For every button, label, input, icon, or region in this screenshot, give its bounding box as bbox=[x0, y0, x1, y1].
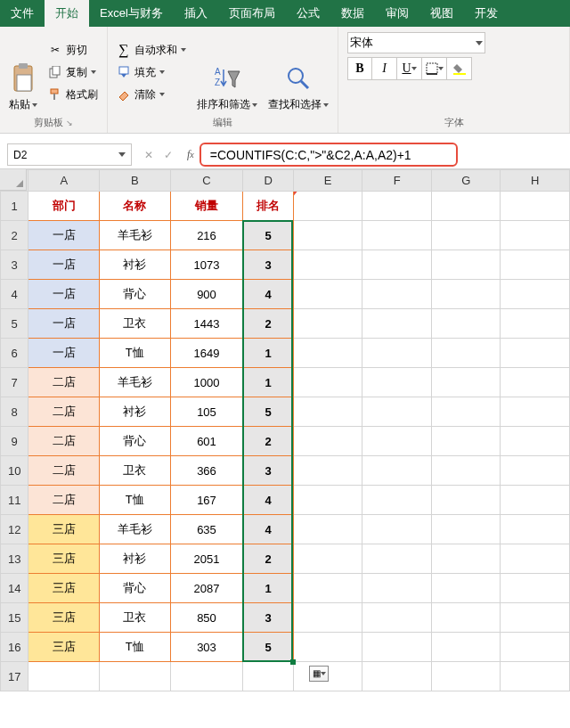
cell-B8[interactable]: 衬衫 bbox=[100, 397, 171, 427]
cell-B15[interactable]: 卫衣 bbox=[100, 603, 171, 633]
column-header-F[interactable]: F bbox=[362, 170, 432, 192]
ribbon-tab-9[interactable]: 开发 bbox=[464, 0, 509, 27]
cell-D12[interactable]: 4 bbox=[243, 515, 294, 544]
cell-B16[interactable]: T恤 bbox=[100, 633, 171, 662]
cell-C14[interactable]: 2087 bbox=[170, 574, 243, 603]
cell-E11[interactable] bbox=[293, 486, 362, 515]
cell-B2[interactable]: 羊毛衫 bbox=[100, 221, 171, 250]
cell-F16[interactable] bbox=[362, 633, 432, 662]
cell-E8[interactable] bbox=[293, 397, 362, 427]
cell-C4[interactable]: 900 bbox=[170, 280, 243, 309]
cell-B12[interactable]: 羊毛衫 bbox=[100, 515, 171, 544]
find-select-button[interactable]: 查找和选择 bbox=[265, 30, 332, 114]
cell-D1[interactable]: 排名 bbox=[243, 192, 294, 221]
cell-E10[interactable] bbox=[293, 456, 362, 486]
cell-B1[interactable]: 名称 bbox=[100, 192, 171, 221]
cell-H16[interactable] bbox=[501, 633, 570, 662]
cell-F3[interactable] bbox=[362, 250, 432, 280]
cell-F6[interactable] bbox=[362, 339, 432, 368]
cell-D8[interactable]: 5 bbox=[243, 397, 294, 427]
column-header-H[interactable]: H bbox=[501, 170, 570, 192]
fill-color-button[interactable] bbox=[447, 57, 472, 80]
cell-B4[interactable]: 背心 bbox=[100, 280, 171, 309]
cell-A1[interactable]: 部门 bbox=[28, 192, 100, 221]
cell-E13[interactable] bbox=[293, 544, 362, 574]
cell-A9[interactable]: 二店 bbox=[28, 427, 100, 456]
row-header-7[interactable]: 7 bbox=[1, 368, 28, 397]
ribbon-tab-1[interactable]: 开始 bbox=[45, 0, 89, 27]
row-header-1[interactable]: 1 bbox=[1, 192, 28, 221]
cell-H13[interactable] bbox=[501, 544, 570, 574]
italic-button[interactable]: I bbox=[372, 57, 397, 80]
dialog-launcher-icon[interactable]: ↘ bbox=[66, 119, 73, 127]
ribbon-tab-0[interactable]: 文件 bbox=[0, 0, 45, 27]
cell-B3[interactable]: 衬衫 bbox=[100, 250, 171, 280]
cell-H14[interactable] bbox=[501, 574, 570, 603]
cell-A5[interactable]: 一店 bbox=[28, 309, 100, 339]
column-header-B[interactable]: B bbox=[100, 170, 171, 192]
cell-D13[interactable]: 2 bbox=[243, 544, 294, 574]
cell-F8[interactable] bbox=[362, 397, 432, 427]
cell-H7[interactable] bbox=[501, 368, 570, 397]
fx-icon[interactable]: fx bbox=[182, 141, 200, 168]
name-box[interactable]: D2 bbox=[7, 143, 132, 166]
row-header-8[interactable]: 8 bbox=[1, 397, 28, 427]
cell-G6[interactable] bbox=[431, 339, 501, 368]
cell-C10[interactable]: 366 bbox=[170, 456, 243, 486]
cell-G5[interactable] bbox=[431, 309, 501, 339]
cell-E15[interactable] bbox=[293, 603, 362, 633]
cell-A6[interactable]: 一店 bbox=[28, 339, 100, 368]
cell-H6[interactable] bbox=[501, 339, 570, 368]
cell-F17[interactable] bbox=[362, 662, 432, 691]
cell-E4[interactable] bbox=[293, 280, 362, 309]
border-button[interactable] bbox=[422, 57, 447, 80]
accept-formula-icon[interactable]: ✓ bbox=[164, 149, 173, 161]
cell-D2[interactable]: 5 bbox=[243, 221, 294, 250]
cell-A15[interactable]: 三店 bbox=[28, 603, 100, 633]
cell-B11[interactable]: T恤 bbox=[100, 486, 171, 515]
cell-G3[interactable] bbox=[431, 250, 501, 280]
cell-H15[interactable] bbox=[501, 603, 570, 633]
row-header-11[interactable]: 11 bbox=[1, 486, 28, 515]
ribbon-tab-7[interactable]: 审阅 bbox=[375, 0, 419, 27]
cell-F10[interactable] bbox=[362, 456, 432, 486]
cell-E1[interactable] bbox=[293, 192, 362, 221]
cell-H9[interactable] bbox=[501, 427, 570, 456]
cell-B9[interactable]: 背心 bbox=[100, 427, 171, 456]
column-header-A[interactable]: A bbox=[28, 170, 100, 192]
cell-C8[interactable]: 105 bbox=[170, 397, 243, 427]
cell-A13[interactable]: 三店 bbox=[28, 544, 100, 574]
cell-D17[interactable] bbox=[243, 662, 294, 691]
cell-F12[interactable] bbox=[362, 515, 432, 544]
cell-A12[interactable]: 三店 bbox=[28, 515, 100, 544]
cell-B13[interactable]: 衬衫 bbox=[100, 544, 171, 574]
cut-button[interactable]: ✂ 剪切 bbox=[45, 41, 102, 60]
cell-F7[interactable] bbox=[362, 368, 432, 397]
cell-G11[interactable] bbox=[431, 486, 501, 515]
formula-input[interactable]: =COUNTIFS(C:C,">"&C2,A:A,A2)+1 bbox=[200, 143, 458, 167]
row-header-13[interactable]: 13 bbox=[1, 544, 28, 574]
ribbon-tab-3[interactable]: 插入 bbox=[174, 0, 218, 27]
autosum-button[interactable]: ∑ 自动求和 bbox=[113, 41, 190, 60]
cell-D3[interactable]: 3 bbox=[243, 250, 294, 280]
cell-H5[interactable] bbox=[501, 309, 570, 339]
copy-button[interactable]: 复制 bbox=[45, 63, 102, 82]
cell-G17[interactable] bbox=[431, 662, 501, 691]
cell-A17[interactable] bbox=[28, 662, 100, 691]
column-header-C[interactable]: C bbox=[170, 170, 243, 192]
cell-C3[interactable]: 1073 bbox=[170, 250, 243, 280]
row-header-4[interactable]: 4 bbox=[1, 280, 28, 309]
select-all-corner[interactable] bbox=[0, 169, 27, 191]
cell-D10[interactable]: 3 bbox=[243, 456, 294, 486]
cell-H1[interactable] bbox=[501, 192, 570, 221]
row-header-10[interactable]: 10 bbox=[1, 456, 28, 486]
cell-A11[interactable]: 二店 bbox=[28, 486, 100, 515]
cell-G16[interactable] bbox=[431, 633, 501, 662]
row-header-2[interactable]: 2 bbox=[1, 221, 28, 250]
cell-E2[interactable] bbox=[293, 221, 362, 250]
cell-F1[interactable] bbox=[362, 192, 432, 221]
bold-button[interactable]: B bbox=[347, 57, 372, 80]
cell-H8[interactable] bbox=[501, 397, 570, 427]
cell-F14[interactable] bbox=[362, 574, 432, 603]
column-header-E[interactable]: E bbox=[293, 170, 362, 192]
